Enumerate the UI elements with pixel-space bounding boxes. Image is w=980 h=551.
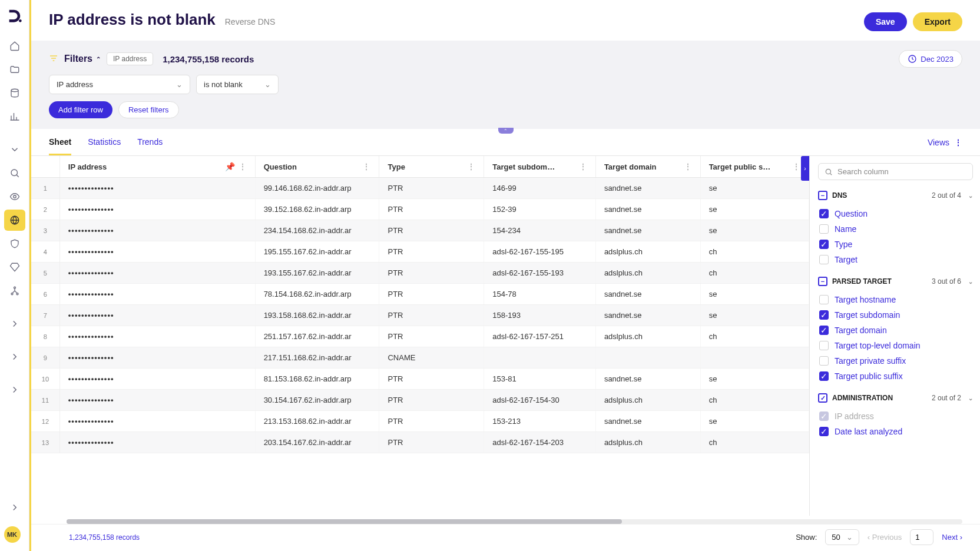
row-number: 6 bbox=[31, 284, 59, 305]
search-icon[interactable] bbox=[4, 162, 25, 184]
diamond-icon[interactable] bbox=[4, 257, 25, 278]
export-button[interactable]: Export bbox=[913, 12, 962, 31]
search-column-input[interactable]: Search column bbox=[818, 163, 973, 180]
search-icon bbox=[825, 168, 833, 176]
cell-suffix bbox=[700, 347, 809, 369]
column-toggle-item[interactable]: ✓ Question bbox=[818, 206, 973, 221]
cell-question: 213.153.168.62.in-addr.ar bbox=[255, 411, 379, 432]
chevron-right-icon[interactable] bbox=[4, 497, 25, 518]
more-icon[interactable]: ⋮ bbox=[467, 162, 475, 171]
table-row[interactable]: 9 •••••••••••••• 217.151.168.62.in-addr.… bbox=[31, 347, 809, 369]
column-label: Name bbox=[835, 224, 856, 234]
col-target-public-suffix[interactable]: Target public s…⋮ bbox=[700, 156, 809, 178]
horizontal-scrollbar[interactable] bbox=[67, 519, 962, 524]
table-row[interactable]: 8 •••••••••••••• 251.157.167.62.in-addr.… bbox=[31, 326, 809, 347]
filters-toggle[interactable]: Filters ⌃ bbox=[64, 54, 101, 64]
col-question[interactable]: Question⋮ bbox=[255, 156, 379, 178]
expand-panel-tab[interactable]: › bbox=[801, 156, 809, 181]
cell-type: PTR bbox=[379, 432, 484, 453]
column-label: Target domain bbox=[835, 326, 887, 335]
column-toggle-item[interactable]: Name bbox=[818, 221, 973, 237]
home-icon[interactable] bbox=[4, 35, 25, 57]
col-target-subdomain[interactable]: Target subdom…⋮ bbox=[484, 156, 596, 178]
filter-op-select[interactable]: is not blank⌄ bbox=[196, 75, 279, 94]
table-row[interactable]: 12 •••••••••••••• 213.153.168.62.in-addr… bbox=[31, 411, 809, 432]
page-input[interactable] bbox=[910, 529, 933, 545]
table-row[interactable]: 3 •••••••••••••• 234.154.168.62.in-addr.… bbox=[31, 220, 809, 241]
cell-ip: •••••••••••••• bbox=[59, 347, 255, 369]
date-picker[interactable]: Dec 2023 bbox=[899, 50, 962, 68]
shield-icon[interactable] bbox=[4, 233, 25, 254]
avatar[interactable]: MK bbox=[4, 526, 21, 543]
row-number: 3 bbox=[31, 220, 59, 241]
footer: 1,234,755,158 records Show: 50⌄ ‹ Previo… bbox=[31, 524, 980, 551]
row-number: 5 bbox=[31, 263, 59, 284]
chevron-right-icon[interactable] bbox=[4, 313, 25, 334]
tab-statistics[interactable]: Statistics bbox=[88, 129, 121, 155]
column-toggle-item[interactable]: ✓ Target subdomain bbox=[818, 307, 973, 323]
checkbox-icon: ✓ bbox=[819, 209, 829, 218]
more-icon[interactable]: ⋮ bbox=[792, 162, 800, 171]
add-filter-row-button[interactable]: Add filter row bbox=[49, 101, 112, 118]
table-row[interactable]: 13 •••••••••••••• 203.154.167.62.in-addr… bbox=[31, 432, 809, 453]
page-size-select[interactable]: 50⌄ bbox=[825, 529, 859, 545]
tab-trends[interactable]: Trends bbox=[137, 129, 163, 155]
chevron-down-icon[interactable] bbox=[4, 139, 25, 160]
column-toggle-item[interactable]: Target hostname bbox=[818, 292, 973, 307]
column-label: IP address bbox=[835, 411, 874, 421]
previous-button[interactable]: ‹ Previous bbox=[868, 533, 902, 542]
column-toggle-item[interactable]: ✓ Target domain bbox=[818, 323, 973, 338]
column-toggle-item[interactable]: Target bbox=[818, 252, 973, 267]
col-target-domain[interactable]: Target domain⋮ bbox=[595, 156, 700, 178]
table-row[interactable]: 6 •••••••••••••• 78.154.168.62.in-addr.a… bbox=[31, 284, 809, 305]
column-toggle-item[interactable]: Target top-level domain bbox=[818, 338, 973, 353]
next-button[interactable]: Next › bbox=[942, 533, 962, 542]
network-icon[interactable] bbox=[4, 280, 25, 301]
more-icon[interactable]: ⋮ bbox=[954, 138, 962, 147]
views-link[interactable]: Views bbox=[928, 138, 949, 147]
cell-type: PTR bbox=[379, 411, 484, 432]
eye-icon[interactable] bbox=[4, 186, 25, 207]
table-row[interactable]: 5 •••••••••••••• 193.155.167.62.in-addr.… bbox=[31, 263, 809, 284]
svg-point-3 bbox=[13, 195, 16, 198]
save-button[interactable]: Save bbox=[864, 12, 907, 31]
table-row[interactable]: 2 •••••••••••••• 39.152.168.62.in-addr.a… bbox=[31, 199, 809, 220]
pin-icon[interactable]: 📌 bbox=[225, 162, 235, 171]
table-row[interactable]: 10 •••••••••••••• 81.153.168.62.in-addr.… bbox=[31, 369, 809, 390]
column-toggle-item[interactable]: ✓ Target public suffix bbox=[818, 369, 973, 384]
chevron-right-icon[interactable] bbox=[4, 379, 25, 400]
table-row[interactable]: 4 •••••••••••••• 195.155.167.62.in-addr.… bbox=[31, 241, 809, 263]
more-icon[interactable]: ⋮ bbox=[579, 162, 587, 171]
panel-section-header[interactable]: − DNS 2 out of 4 ⌄ bbox=[818, 188, 973, 203]
col-type[interactable]: Type⋮ bbox=[379, 156, 484, 178]
table-row[interactable]: 7 •••••••••••••• 193.158.168.62.in-addr.… bbox=[31, 305, 809, 326]
show-label: Show: bbox=[796, 533, 817, 542]
folder-icon[interactable] bbox=[4, 59, 25, 80]
more-icon[interactable]: ⋮ bbox=[239, 162, 247, 171]
section-toggle-icon: ✓ bbox=[818, 393, 827, 403]
section-count: 3 out of 6 bbox=[932, 277, 961, 286]
tab-sheet[interactable]: Sheet bbox=[49, 129, 71, 155]
cell-question: 251.157.167.62.in-addr.ar bbox=[255, 326, 379, 347]
globe-icon[interactable] bbox=[4, 210, 25, 231]
panel-section-header[interactable]: − PARSED TARGET 3 out of 6 ⌄ bbox=[818, 274, 973, 288]
section-toggle-icon: − bbox=[818, 277, 827, 286]
more-icon[interactable]: ⋮ bbox=[362, 162, 370, 171]
column-toggle-item[interactable]: Target private suffix bbox=[818, 353, 973, 369]
panel-section-header[interactable]: ✓ ADMINISTRATION 2 out of 2 ⌄ bbox=[818, 391, 973, 405]
filter-field-select[interactable]: IP address⌄ bbox=[49, 75, 190, 94]
reset-filters-button[interactable]: Reset filters bbox=[118, 101, 179, 118]
database-icon[interactable] bbox=[4, 82, 25, 104]
chart-icon[interactable] bbox=[4, 106, 25, 127]
svg-point-7 bbox=[16, 293, 18, 295]
table-row[interactable]: 1 •••••••••••••• 99.146.168.62.in-addr.a… bbox=[31, 178, 809, 199]
table-row[interactable]: 11 •••••••••••••• 30.154.167.62.in-addr.… bbox=[31, 390, 809, 411]
col-ip-address[interactable]: IP address📌⋮ bbox=[59, 156, 255, 178]
column-toggle-item[interactable]: ✓ Type bbox=[818, 237, 973, 252]
cell-ip: •••••••••••••• bbox=[59, 369, 255, 390]
chevron-right-icon[interactable] bbox=[4, 346, 25, 367]
filter-chip[interactable]: IP address bbox=[107, 52, 153, 65]
column-toggle-item[interactable]: ✓ IP address bbox=[818, 409, 973, 424]
more-icon[interactable]: ⋮ bbox=[684, 162, 692, 171]
column-toggle-item[interactable]: ✓ Date last analyzed bbox=[818, 424, 973, 439]
